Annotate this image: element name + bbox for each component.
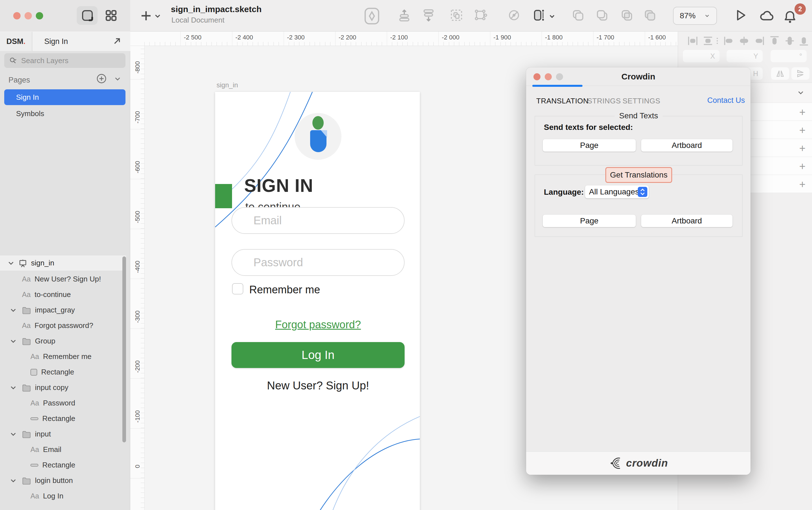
grid-view-icon[interactable]: [104, 9, 118, 22]
chevron-right-icon[interactable]: [9, 308, 18, 316]
ruler-tick: [650, 42, 650, 46]
tab-dsm[interactable]: DSM.: [0, 32, 32, 51]
close-window-button[interactable]: [13, 12, 21, 20]
flip-horizontal-icon[interactable]: [771, 67, 789, 80]
remember-me-checkbox[interactable]: [232, 283, 243, 295]
ruler-tick: [141, 89, 144, 89]
canvas-view-icon[interactable]: [81, 9, 94, 22]
get-artboard-button[interactable]: Artboard: [641, 215, 732, 227]
layer-row-artboard[interactable]: sign_in: [0, 255, 126, 271]
ruler-tick: [141, 293, 144, 293]
layer-row[interactable]: Aato-continue: [0, 287, 126, 302]
layer-row[interactable]: login button: [0, 473, 126, 488]
email-field[interactable]: Email: [231, 207, 405, 234]
boolean-difference-icon[interactable]: [643, 8, 657, 22]
artboard-label[interactable]: sign_in: [216, 81, 238, 89]
x-position-field[interactable]: X: [683, 50, 720, 62]
layer-row[interactable]: AaRemember me: [0, 349, 126, 364]
chevron-down-icon[interactable]: [796, 88, 805, 97]
language-select[interactable]: All Languages: [585, 185, 649, 198]
log-in-button[interactable]: Log In: [231, 342, 405, 368]
layers-scrollbar[interactable]: [122, 257, 126, 442]
chevron-down-icon[interactable]: [9, 432, 18, 440]
layer-row[interactable]: input: [0, 426, 126, 442]
layer-row[interactable]: input copy: [0, 380, 126, 395]
insert-artboard-icon[interactable]: [532, 8, 545, 22]
chevron-down-icon[interactable]: [9, 478, 18, 487]
align-left-icon[interactable]: [723, 35, 735, 47]
flip-vertical-icon[interactable]: [791, 67, 809, 80]
artboard-chevron-down-icon[interactable]: [548, 12, 556, 20]
align-top-icon[interactable]: [768, 35, 781, 47]
insert-chevron-down-icon[interactable]: [153, 12, 162, 20]
dialog-titlebar: Crowdin: [526, 67, 751, 86]
layer-row[interactable]: Group: [0, 333, 126, 349]
send-artboard-button[interactable]: Artboard: [641, 139, 732, 152]
align-right-icon[interactable]: [753, 35, 765, 47]
ruler-boundary: [284, 32, 284, 46]
sign-up-text[interactable]: New User? Sign Up!: [231, 379, 405, 392]
tab-translation[interactable]: TRANSLATION: [536, 97, 589, 106]
boolean-union-icon[interactable]: [571, 8, 585, 22]
open-external-arrow-icon[interactable]: [112, 36, 122, 46]
get-translations-button[interactable]: Get Translations: [605, 167, 672, 183]
add-plus-icon[interactable]: +: [799, 160, 806, 173]
group-select-icon[interactable]: [450, 8, 463, 22]
cloud-icon[interactable]: [759, 8, 775, 23]
ruler-tick: [141, 143, 144, 144]
page-item-symbols[interactable]: Symbols: [4, 106, 125, 121]
password-field[interactable]: Password: [231, 249, 405, 276]
layer-row[interactable]: Rectangle: [0, 364, 126, 380]
add-page-icon[interactable]: [96, 73, 107, 84]
y-position-field[interactable]: Y: [727, 50, 763, 62]
get-page-button[interactable]: Page: [543, 215, 636, 227]
move-forward-icon[interactable]: [398, 8, 411, 22]
layer-row[interactable]: AaEmail: [0, 442, 126, 457]
layer-row[interactable]: AaNew User? Sign Up!: [0, 271, 126, 287]
layer-row[interactable]: AaForgot password?: [0, 318, 126, 333]
distribute-icon[interactable]: [422, 8, 435, 22]
layer-row[interactable]: AaPassword: [0, 395, 126, 411]
add-plus-icon[interactable]: +: [799, 178, 806, 190]
add-plus-icon[interactable]: +: [799, 106, 806, 118]
distribute-horizontally-icon[interactable]: [687, 35, 699, 47]
artboard[interactable]: SIGN IN to continue Email Password Remem…: [215, 92, 420, 510]
oval-slash-icon[interactable]: [507, 8, 521, 22]
align-bottom-icon[interactable]: [798, 35, 810, 47]
rotation-field[interactable]: °: [771, 50, 807, 62]
insert-plus-icon[interactable]: [139, 9, 153, 23]
add-plus-icon[interactable]: +: [799, 124, 806, 137]
add-plus-icon[interactable]: +: [799, 142, 806, 154]
chevron-down-icon[interactable]: [9, 339, 18, 347]
tab-strings[interactable]: STRINGS: [587, 97, 621, 106]
pages-chevron-down-icon[interactable]: [113, 75, 122, 83]
ruler-tick: [474, 42, 475, 46]
more-options-icon[interactable]: [713, 35, 722, 47]
align-center-horizontal-icon[interactable]: [738, 35, 750, 47]
align-middle-vertical-icon[interactable]: [784, 35, 796, 47]
chevron-down-icon[interactable]: [9, 385, 18, 394]
zoom-window-button[interactable]: [36, 12, 43, 20]
edit-vector-icon[interactable]: [474, 8, 487, 22]
page-item-sign-in[interactable]: Sign In: [4, 89, 125, 105]
chevron-down-icon[interactable]: [7, 259, 15, 267]
layer-row[interactable]: Rectangle: [0, 457, 126, 473]
forgot-password-link[interactable]: Forgot password?: [231, 319, 405, 331]
symbol-badge-icon[interactable]: [364, 7, 380, 25]
minimize-window-button[interactable]: [25, 12, 32, 20]
boolean-subtract-icon[interactable]: [595, 8, 609, 22]
send-page-button[interactable]: Page: [543, 139, 636, 152]
distribute-vertically-icon[interactable]: [702, 35, 714, 47]
contact-us-link[interactable]: Contact Us: [707, 96, 745, 105]
ruler-label: -2 200: [339, 34, 356, 41]
boolean-intersect-icon[interactable]: [620, 8, 634, 22]
layer-row[interactable]: AaLog In: [0, 488, 126, 504]
zoom-control[interactable]: 87%: [673, 7, 717, 25]
layer-label: Group: [35, 337, 55, 346]
play-icon[interactable]: [733, 8, 748, 23]
tab-settings[interactable]: SETTINGS: [622, 97, 660, 106]
layer-row[interactable]: impact_gray: [0, 302, 126, 318]
ruler-tick: [351, 42, 351, 46]
search-input[interactable]: Search Layers: [4, 53, 125, 68]
layer-row[interactable]: Rectangle: [0, 411, 126, 426]
